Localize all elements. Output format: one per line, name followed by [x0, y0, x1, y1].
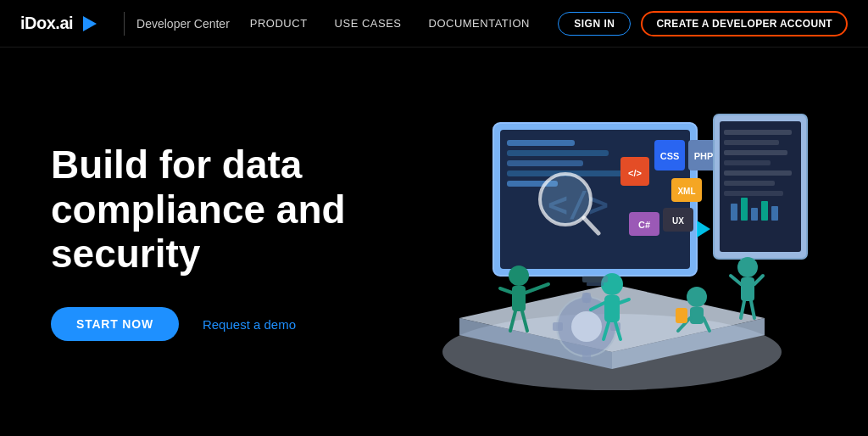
svg-line-49	[500, 288, 512, 293]
illustration-container: </> CSS PHP </> XML UX C#	[409, 81, 815, 403]
svg-rect-34	[724, 130, 792, 135]
hero-illustration: </> CSS PHP </> XML UX C#	[407, 48, 817, 436]
nav-right: SIGN IN CREATE A DEVELOPER ACCOUNT	[558, 11, 848, 36]
svg-text:C#: C#	[638, 220, 650, 230]
svg-rect-63	[676, 308, 687, 323]
svg-rect-38	[724, 170, 792, 176]
dev-center-label: Developer Center	[136, 17, 230, 31]
svg-rect-40	[724, 191, 783, 196]
signin-button[interactable]: SIGN IN	[558, 12, 631, 36]
svg-rect-14	[507, 150, 609, 156]
svg-rect-69	[761, 201, 768, 221]
svg-rect-71	[582, 276, 608, 282]
svg-point-5	[571, 311, 602, 342]
svg-point-59	[687, 287, 707, 307]
svg-rect-13	[507, 140, 575, 146]
navbar: iDox.ai Developer Center PRODUCT USE CAS…	[0, 0, 868, 48]
svg-text:UX: UX	[672, 216, 684, 226]
svg-rect-36	[724, 150, 787, 155]
svg-rect-35	[724, 140, 779, 145]
request-demo-link[interactable]: Request a demo	[203, 317, 296, 332]
nav-link-documentation[interactable]: DOCUMENTATION	[429, 17, 530, 30]
svg-rect-67	[741, 198, 748, 221]
nav-links: PRODUCT USE CASES DOCUMENTATION	[250, 17, 558, 30]
nav-link-product[interactable]: PRODUCT	[250, 17, 308, 30]
hero-section: Build for data compliance and security S…	[0, 48, 868, 436]
nav-link-use-cases[interactable]: USE CASES	[335, 17, 402, 30]
svg-rect-68	[751, 208, 758, 221]
svg-rect-42	[741, 277, 754, 301]
svg-text:CSS: CSS	[660, 151, 680, 161]
svg-point-47	[509, 266, 529, 286]
svg-text:PHP: PHP	[694, 151, 714, 161]
svg-rect-15	[507, 160, 583, 166]
svg-rect-8	[553, 322, 563, 331]
svg-line-50	[526, 284, 548, 293]
svg-line-43	[731, 276, 741, 284]
logo-arrow-icon	[83, 16, 97, 31]
hero-left: Build for data compliance and security S…	[51, 143, 407, 342]
svg-rect-7	[582, 350, 591, 361]
hero-buttons: START NOW Request a demo	[51, 307, 407, 341]
start-now-button[interactable]: START NOW	[51, 307, 179, 341]
svg-text:</>: </>	[628, 168, 642, 178]
hero-svg: </> CSS PHP </> XML UX C#	[409, 81, 815, 403]
svg-rect-37	[724, 160, 771, 165]
svg-rect-66	[731, 204, 737, 221]
svg-rect-48	[512, 286, 526, 311]
svg-point-41	[737, 257, 758, 277]
logo[interactable]: iDox.ai	[20, 14, 97, 33]
svg-rect-54	[604, 295, 620, 322]
svg-line-44	[754, 276, 763, 284]
nav-divider	[124, 12, 125, 36]
svg-rect-60	[690, 307, 704, 324]
svg-rect-70	[771, 206, 778, 221]
svg-text:XML: XML	[677, 187, 695, 196]
svg-marker-31	[697, 221, 710, 238]
svg-rect-72	[587, 282, 604, 286]
create-account-button[interactable]: CREATE A DEVELOPER ACCOUNT	[641, 11, 848, 36]
brand-name: iDox.ai	[20, 14, 73, 33]
hero-title: Build for data compliance and security	[51, 143, 407, 277]
svg-rect-39	[724, 181, 775, 186]
